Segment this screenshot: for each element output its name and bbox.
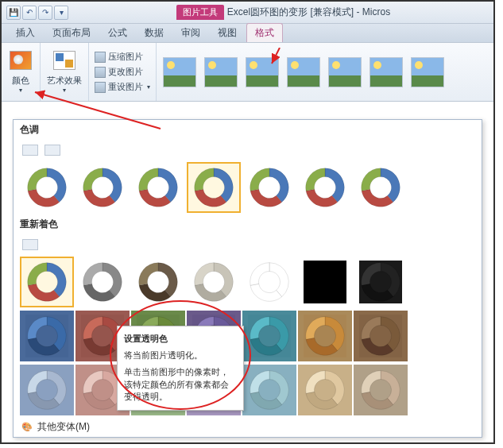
style-thumb[interactable]	[287, 57, 320, 87]
color-option[interactable]	[131, 162, 185, 213]
color-option[interactable]	[187, 162, 241, 213]
color-option[interactable]	[298, 257, 352, 307]
color-dropdown: 色调 重新着色 🎨 其他变体(M) ✎ 设置透明色(S) 🖼 图片颜色选项(C)…	[13, 119, 482, 438]
section-color-tone: 色调	[14, 120, 482, 140]
recolor-row	[14, 309, 482, 363]
compress-picture-button[interactable]: 压缩图片	[94, 50, 144, 64]
redo-icon[interactable]: ↷	[38, 6, 52, 20]
art-icon	[53, 51, 75, 70]
style-thumb[interactable]	[163, 57, 196, 87]
color-option[interactable]	[354, 365, 408, 415]
ribbon: 颜色 ▾ 艺术效果 ▾ 压缩图片 更改图片 重设图片▾	[2, 43, 493, 102]
color-button[interactable]: 颜色 ▾	[6, 46, 35, 95]
document-title: Excel圆环图的变形 [兼容模式] - Micros	[227, 6, 390, 19]
change-picture-button[interactable]: 更改图片	[94, 65, 144, 79]
color-option[interactable]	[75, 257, 130, 307]
color-option[interactable]	[20, 257, 74, 307]
color-label: 颜色	[12, 75, 29, 87]
color-option[interactable]	[242, 311, 296, 361]
compress-icon	[95, 52, 106, 63]
reset-icon	[95, 82, 106, 93]
chevron-down-icon: ▾	[19, 87, 22, 94]
color-option[interactable]	[298, 162, 352, 213]
color-option[interactable]	[354, 257, 408, 307]
style-thumb[interactable]	[328, 57, 362, 87]
tab-data[interactable]: 数据	[137, 24, 172, 42]
recolor-row	[14, 363, 482, 417]
color-option[interactable]	[242, 162, 296, 213]
style-gallery	[157, 43, 493, 101]
color-option[interactable]	[20, 365, 74, 415]
quick-access-toolbar: 💾 ↶ ↷ ▾	[2, 4, 73, 21]
tooltip: 设置透明色 将当前图片透明化。 单击当前图形中的像素时，该特定颜色的所有像素都会…	[117, 326, 244, 411]
set-transparent-color-item[interactable]: ✎ 设置透明色(S)	[17, 437, 478, 438]
style-thumb[interactable]	[246, 57, 279, 87]
tooltip-text: 将当前图片透明化。	[124, 350, 237, 361]
color-icon	[10, 51, 32, 70]
recolor-row	[14, 255, 482, 309]
preset-option[interactable]	[42, 141, 63, 159]
preset-option[interactable]	[20, 141, 41, 159]
tone-row	[14, 160, 482, 214]
color-option[interactable]	[298, 365, 352, 415]
tab-format[interactable]: 格式	[246, 23, 283, 42]
title-bar: 💾 ↶ ↷ ▾ 图片工具 Excel圆环图的变形 [兼容模式] - Micros	[2, 2, 493, 24]
reset-picture-button[interactable]: 重设图片▾	[94, 80, 151, 94]
chevron-down-icon: ▾	[147, 83, 150, 91]
color-option[interactable]	[131, 257, 185, 307]
palette-icon: 🎨	[21, 422, 33, 433]
preset-row	[14, 140, 482, 160]
tab-page-layout[interactable]: 页面布局	[44, 24, 99, 42]
style-thumb[interactable]	[204, 57, 238, 87]
art-label: 艺术效果	[47, 75, 82, 87]
style-thumb[interactable]	[370, 57, 403, 87]
style-thumb[interactable]	[411, 57, 444, 87]
preset-option[interactable]	[20, 236, 41, 253]
tooltip-text: 单击当前图形中的像素时，该特定颜色的所有像素都会变得透明。	[124, 366, 237, 403]
change-icon	[95, 67, 106, 78]
color-option[interactable]	[242, 365, 296, 415]
tab-view[interactable]: 视图	[210, 24, 245, 42]
tooltip-title: 设置透明色	[124, 333, 237, 345]
chevron-down-icon: ▾	[63, 87, 66, 94]
ribbon-tabs: 插入 页面布局 公式 数据 审阅 视图 格式	[2, 24, 493, 43]
contextual-tab-label: 图片工具	[176, 5, 224, 20]
section-recolor: 重新着色	[14, 214, 482, 234]
tab-formulas[interactable]: 公式	[100, 24, 135, 42]
qat-dropdown-icon[interactable]: ▾	[54, 6, 68, 20]
tab-review[interactable]: 审阅	[173, 24, 208, 42]
color-option[interactable]	[298, 311, 352, 361]
color-option[interactable]	[354, 311, 408, 361]
preset-row	[14, 234, 482, 255]
undo-icon[interactable]: ↶	[22, 6, 37, 20]
color-option[interactable]	[354, 162, 408, 213]
save-icon[interactable]: 💾	[6, 6, 21, 20]
tab-insert[interactable]: 插入	[8, 24, 43, 42]
color-option[interactable]	[242, 257, 296, 307]
color-option[interactable]	[20, 162, 74, 213]
artistic-effects-button[interactable]: 艺术效果 ▾	[45, 46, 83, 95]
color-option[interactable]	[187, 257, 241, 307]
color-option[interactable]	[20, 311, 74, 361]
other-variants-item[interactable]: 🎨 其他变体(M)	[14, 417, 482, 437]
color-option[interactable]	[75, 162, 130, 213]
